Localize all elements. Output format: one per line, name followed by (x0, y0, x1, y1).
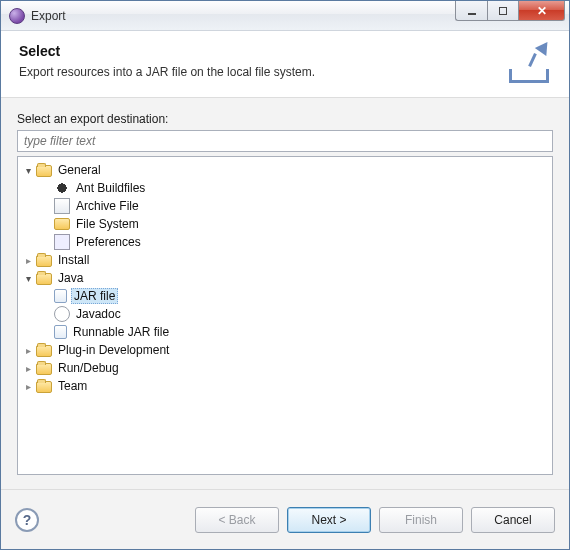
tree-row-archive[interactable]: Archive File (36, 197, 552, 215)
spacer-icon (40, 182, 52, 194)
close-icon: ✕ (537, 4, 547, 18)
tree-label: Team (56, 379, 89, 393)
folder-icon (36, 345, 52, 357)
expand-icon[interactable] (22, 380, 34, 392)
expand-icon[interactable] (22, 344, 34, 356)
eclipse-icon (9, 8, 25, 24)
tree-label: General (56, 163, 103, 177)
folder-icon (36, 273, 52, 285)
tree-label: Preferences (74, 235, 143, 249)
spacer-icon (40, 308, 52, 320)
tree-row-runnable-jar[interactable]: Runnable JAR file (36, 323, 552, 341)
tree-label: Run/Debug (56, 361, 121, 375)
tree-node-plugin-dev: Plug-in Development (18, 341, 552, 359)
folder-icon (36, 363, 52, 375)
minimize-icon (468, 13, 476, 15)
spacer-icon (40, 290, 52, 302)
preferences-icon (54, 234, 70, 250)
wizard-banner: Select Export resources into a JAR file … (1, 31, 569, 98)
tree-row-plugin-dev[interactable]: Plug-in Development (18, 341, 552, 359)
expand-icon[interactable] (22, 254, 34, 266)
archive-icon (54, 198, 70, 214)
tree-row-filesystem[interactable]: File System (36, 215, 552, 233)
jar-icon (54, 289, 67, 303)
tree-label: Runnable JAR file (71, 325, 171, 339)
tree-row-javadoc[interactable]: Javadoc (36, 305, 552, 323)
help-icon: ? (23, 512, 32, 528)
next-button[interactable]: Next > (287, 507, 371, 533)
window-controls: ✕ (455, 1, 565, 30)
tree-label: Archive File (74, 199, 141, 213)
tree-row-general[interactable]: General (18, 161, 552, 179)
tree-row-java[interactable]: Java (18, 269, 552, 287)
spacer-icon (40, 326, 52, 338)
tree-row-jar-file[interactable]: JAR file (36, 287, 552, 305)
folder-icon (36, 255, 52, 267)
maximize-icon (499, 7, 507, 15)
minimize-button[interactable] (455, 1, 487, 21)
filter-input[interactable] (17, 130, 553, 152)
tree-row-preferences[interactable]: Preferences (36, 233, 552, 251)
tree-node-run-debug: Run/Debug (18, 359, 552, 377)
help-button[interactable]: ? (15, 508, 39, 532)
export-dialog: Export ✕ Select Export resources into a … (0, 0, 570, 550)
export-icon (507, 43, 551, 83)
tree-label: Plug-in Development (56, 343, 171, 357)
spacer-icon (40, 218, 52, 230)
tree-label: Javadoc (74, 307, 123, 321)
folder-icon (36, 381, 52, 393)
window-title: Export (31, 9, 455, 23)
banner-heading: Select (19, 43, 507, 59)
wizard-footer: ? < Back Next > Finish Cancel (1, 489, 569, 549)
export-tree: General Ant Buildfiles Archive File (18, 161, 552, 395)
tree-label: Ant Buildfiles (74, 181, 147, 195)
folder-icon (54, 218, 70, 230)
tree-node-general: General Ant Buildfiles Archive File (18, 161, 552, 251)
titlebar[interactable]: Export ✕ (1, 1, 569, 31)
tree-row-run-debug[interactable]: Run/Debug (18, 359, 552, 377)
back-button[interactable]: < Back (195, 507, 279, 533)
tree-container[interactable]: General Ant Buildfiles Archive File (17, 156, 553, 475)
expand-icon[interactable] (22, 164, 34, 176)
tree-node-team: Team (18, 377, 552, 395)
tree-label: File System (74, 217, 141, 231)
tree-row-ant[interactable]: Ant Buildfiles (36, 179, 552, 197)
maximize-button[interactable] (487, 1, 519, 21)
tree-row-team[interactable]: Team (18, 377, 552, 395)
folder-icon (36, 165, 52, 177)
jar-icon (54, 325, 67, 339)
close-button[interactable]: ✕ (519, 1, 565, 21)
tree-label: Install (56, 253, 91, 267)
javadoc-icon (54, 306, 70, 322)
finish-button[interactable]: Finish (379, 507, 463, 533)
spacer-icon (40, 200, 52, 212)
expand-icon[interactable] (22, 362, 34, 374)
spacer-icon (40, 236, 52, 248)
tree-label: Java (56, 271, 85, 285)
cancel-button[interactable]: Cancel (471, 507, 555, 533)
wizard-body: Select an export destination: General An… (1, 98, 569, 489)
destination-label: Select an export destination: (17, 112, 553, 126)
tree-node-java: Java JAR file Javadoc (18, 269, 552, 341)
expand-icon[interactable] (22, 272, 34, 284)
tree-row-install[interactable]: Install (18, 251, 552, 269)
banner-description: Export resources into a JAR file on the … (19, 65, 507, 79)
ant-icon (54, 180, 70, 196)
tree-label: JAR file (71, 288, 118, 304)
tree-node-install: Install (18, 251, 552, 269)
